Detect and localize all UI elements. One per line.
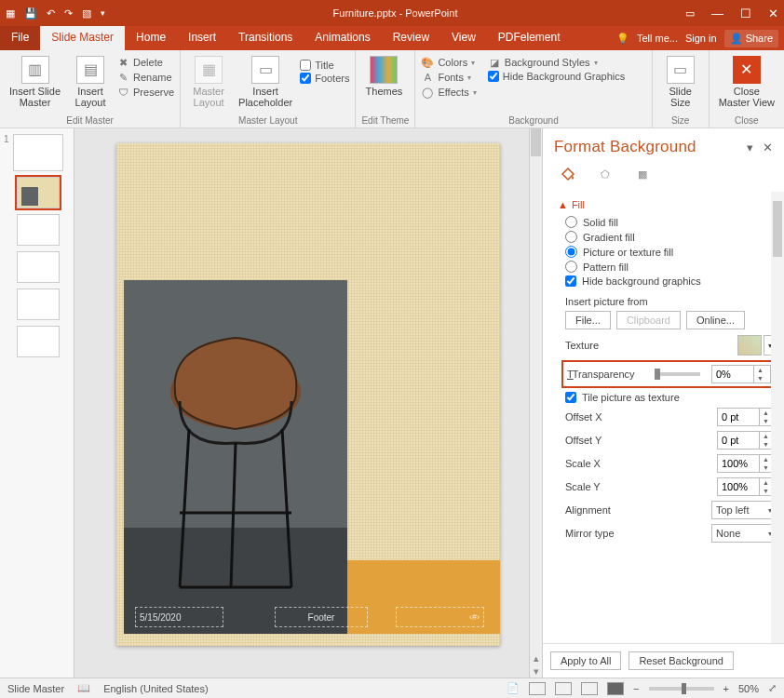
solid-fill-radio[interactable]: Solid fill <box>565 216 777 228</box>
scale-x-label: Scale X <box>565 458 642 469</box>
layout-thumbnail[interactable] <box>17 289 60 320</box>
pane-close-icon[interactable]: ✕ <box>763 141 773 154</box>
ribbon-options-icon[interactable]: ▭ <box>685 7 695 20</box>
tab-animations[interactable]: Animations <box>304 26 381 50</box>
layout-thumbnail[interactable] <box>17 214 60 246</box>
slide-canvas[interactable]: 5/15/2020 Footer ‹#› ▴ ▾ <box>74 128 542 678</box>
scale-x-spinner[interactable]: ▲▼ <box>717 454 777 473</box>
background-styles-button[interactable]: ◪Background Styles▾ <box>488 56 625 69</box>
master-thumbnail[interactable] <box>13 134 63 171</box>
close-icon[interactable]: ✕ <box>768 7 778 20</box>
close-master-view-button[interactable]: ✕ Close Master View <box>715 52 778 112</box>
fill-section[interactable]: ▲ Fill <box>558 199 777 210</box>
layout-thumbnail[interactable] <box>17 326 60 357</box>
themes-button[interactable]: Themes <box>361 52 406 101</box>
sign-in[interactable]: Sign in <box>685 33 717 44</box>
footer-placeholder[interactable]: Footer <box>275 607 368 627</box>
insert-slide-master-button[interactable]: ▥ Insert Slide Master <box>6 52 64 112</box>
insert-placeholder-button[interactable]: ▭ Insert Placeholder <box>235 52 296 112</box>
apply-to-all-button[interactable]: Apply to All <box>550 651 621 670</box>
slideshow-view-icon[interactable] <box>607 682 624 695</box>
tab-review[interactable]: Review <box>382 26 440 50</box>
pane-options-icon[interactable]: ▾ <box>747 141 753 154</box>
zoom-slider[interactable] <box>649 687 714 691</box>
tab-file[interactable]: File <box>0 26 40 50</box>
language-label[interactable]: English (United States) <box>103 683 209 694</box>
fonts-button[interactable]: AFonts▾ <box>421 71 476 84</box>
reset-background-button[interactable]: Reset Background <box>629 651 734 670</box>
gradient-fill-radio[interactable]: Gradient fill <box>565 231 777 243</box>
save-icon[interactable]: 💾 <box>24 7 37 20</box>
group-label: Master Layout <box>186 115 349 128</box>
mirror-combo[interactable]: None▾ <box>711 524 777 543</box>
spin-down-icon[interactable]: ▼ <box>754 374 766 383</box>
colors-button[interactable]: 🎨Colors▾ <box>421 56 476 69</box>
normal-view-icon[interactable] <box>529 682 546 695</box>
thumbnail-pane[interactable]: 1 <box>0 128 74 678</box>
alignment-combo[interactable]: Top left▾ <box>711 501 777 519</box>
online-button[interactable]: Online... <box>686 311 745 329</box>
hide-bg-graphics-checkbox[interactable]: Hide Background Graphics <box>488 71 625 82</box>
rename-button[interactable]: ✎Rename <box>116 71 174 84</box>
reading-view-icon[interactable] <box>581 682 598 695</box>
scale-y-spinner[interactable]: ▲▼ <box>717 477 777 496</box>
undo-icon[interactable]: ↶ <box>47 7 55 20</box>
layout-thumbnail[interactable] <box>17 251 60 283</box>
scrollbar-thumb[interactable] <box>531 128 541 156</box>
offset-y-spinner[interactable]: ▲▼ <box>717 431 777 450</box>
spellcheck-icon[interactable]: 📖 <box>77 682 90 694</box>
redo-icon[interactable]: ↷ <box>64 7 73 20</box>
start-from-beginning-icon[interactable]: ▧ <box>82 7 91 20</box>
slide-number-placeholder[interactable]: ‹#› <box>396 607 484 627</box>
zoom-level[interactable]: 50% <box>738 683 759 694</box>
delete-button[interactable]: ✖Delete <box>116 56 174 69</box>
next-slide-icon[interactable]: ▾ <box>530 664 542 678</box>
vertical-scrollbar[interactable]: ▴ ▾ <box>529 128 542 678</box>
file-button[interactable]: File... <box>565 311 611 329</box>
slide-size-button[interactable]: ▭ Slide Size <box>658 52 703 112</box>
tab-home[interactable]: Home <box>125 26 177 50</box>
maximize-icon[interactable]: ☐ <box>740 7 751 20</box>
pane-body[interactable]: ▲ Fill Solid fill Gradient fill Picture … <box>543 192 784 643</box>
picture-fill-radio[interactable]: Picture or texture fill <box>565 246 777 258</box>
tab-insert[interactable]: Insert <box>177 26 227 50</box>
offset-x-spinner[interactable]: ▲▼ <box>717 408 777 426</box>
footers-checkbox[interactable]: Footers <box>300 73 349 84</box>
effects-tab-icon[interactable]: ⬠ <box>593 162 617 186</box>
tab-view[interactable]: View <box>440 26 487 50</box>
picture-tab-icon[interactable]: ▩ <box>630 162 655 186</box>
pattern-fill-radio[interactable]: Pattern fill <box>565 261 777 273</box>
prev-slide-icon[interactable]: ▴ <box>530 651 542 664</box>
fit-to-window-icon[interactable]: ⤢ <box>768 682 777 694</box>
insert-layout-button[interactable]: ▤ Insert Layout <box>68 52 113 112</box>
tab-slide-master[interactable]: Slide Master <box>40 26 125 50</box>
slide-master-icon: ▥ <box>21 56 49 84</box>
share-button[interactable]: 👤 Share <box>724 30 778 47</box>
zoom-in-icon[interactable]: + <box>723 683 729 694</box>
title-checkbox[interactable]: Title <box>300 60 349 71</box>
tell-me[interactable]: Tell me... <box>637 33 678 44</box>
svg-line-1 <box>180 429 189 587</box>
minimize-icon[interactable]: — <box>711 7 723 20</box>
date-placeholder[interactable]: 5/15/2020 <box>135 607 223 627</box>
hide-bg-graphics-check[interactable]: Hide background graphics <box>565 275 777 287</box>
zoom-out-icon[interactable]: − <box>633 683 639 694</box>
layout-thumbnail[interactable] <box>17 177 60 208</box>
preserve-button[interactable]: 🛡Preserve <box>116 86 174 99</box>
pane-scrollbar[interactable] <box>771 192 784 643</box>
tile-checkbox[interactable]: Tile picture as texture <box>565 392 777 403</box>
spin-up-icon[interactable]: ▲ <box>754 366 766 374</box>
fill-tab-icon[interactable] <box>556 162 580 186</box>
texture-picker[interactable] <box>737 335 762 356</box>
notes-button[interactable]: 📄 <box>507 682 520 694</box>
sorter-view-icon[interactable] <box>555 682 572 695</box>
tab-transitions[interactable]: Transitions <box>227 26 304 50</box>
tab-pdfelement[interactable]: PDFelement <box>487 26 572 50</box>
svg-line-2 <box>282 429 291 587</box>
effects-button[interactable]: ◯Effects▾ <box>421 86 476 99</box>
transparency-spinner[interactable]: ▲▼ <box>711 365 771 383</box>
group-edit-theme: Themes Edit Theme <box>356 50 415 128</box>
transparency-slider[interactable] <box>655 372 700 376</box>
transparency-input[interactable] <box>712 369 753 380</box>
slide[interactable]: 5/15/2020 Footer ‹#› <box>116 143 500 646</box>
